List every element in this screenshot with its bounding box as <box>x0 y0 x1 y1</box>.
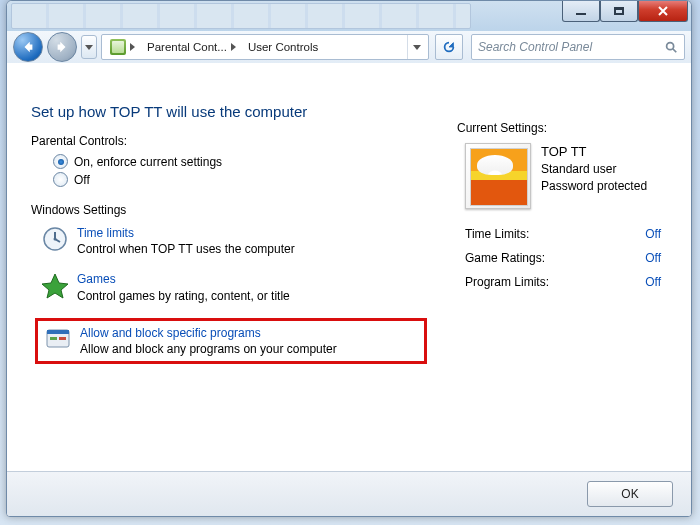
avatar-frame <box>465 143 531 209</box>
time-limits-desc: Control when TOP TT uses the computer <box>77 241 295 257</box>
parental-on-radio[interactable]: On, enforce current settings <box>53 154 427 169</box>
window-controls <box>562 0 688 22</box>
status-program-limits: Program Limits: Off <box>465 275 661 289</box>
status-time-limits: Time Limits: Off <box>465 227 661 241</box>
parental-off-radio[interactable]: Off <box>53 172 427 187</box>
arrow-left-icon <box>21 40 35 54</box>
right-column: Current Settings: TOP TT Standard user P… <box>457 81 667 472</box>
breadcrumb[interactable]: Parental Cont... User Controls <box>101 34 429 60</box>
radio-off-icon <box>53 172 68 187</box>
programs-setting-highlight: Allow and block specific programs Allow … <box>35 318 427 364</box>
search-input[interactable]: Search Control Panel <box>471 34 685 60</box>
refresh-button[interactable] <box>435 34 463 60</box>
status-label: Game Ratings: <box>465 251 545 265</box>
status-label: Time Limits: <box>465 227 529 241</box>
games-desc: Control games by rating, content, or tit… <box>77 288 290 304</box>
svg-rect-6 <box>59 337 66 340</box>
close-icon <box>657 5 669 17</box>
parental-controls-icon <box>110 39 126 55</box>
search-placeholder: Search Control Panel <box>478 40 592 54</box>
status-label: Program Limits: <box>465 275 549 289</box>
user-meta: TOP TT Standard user Password protected <box>541 143 647 209</box>
time-limits-link[interactable]: Time limits <box>77 225 295 241</box>
breadcrumb-label: Parental Cont... <box>147 41 227 53</box>
nav-history-dropdown[interactable] <box>81 35 97 59</box>
user-type: Standard user <box>541 161 647 178</box>
left-column: Set up how TOP TT will use the computer … <box>31 81 427 472</box>
breadcrumb-label: User Controls <box>248 41 318 53</box>
minimize-button[interactable] <box>562 0 600 22</box>
user-name: TOP TT <box>541 143 647 161</box>
ok-button[interactable]: OK <box>587 481 673 507</box>
content-area: Set up how TOP TT will use the computer … <box>7 63 691 472</box>
breadcrumb-root[interactable] <box>104 35 141 59</box>
ok-label: OK <box>621 487 638 501</box>
control-panel-window: Parental Cont... User Controls Search Co… <box>6 0 692 517</box>
page-title: Set up how TOP TT will use the computer <box>31 103 427 120</box>
search-icon <box>664 40 678 54</box>
radio-on-icon <box>53 154 68 169</box>
refresh-icon <box>442 40 456 54</box>
user-password-status: Password protected <box>541 178 647 195</box>
programs-setting: Allow and block specific programs Allow … <box>44 325 422 357</box>
svg-point-2 <box>54 238 57 241</box>
back-button[interactable] <box>13 32 43 62</box>
status-game-ratings: Game Ratings: Off <box>465 251 661 265</box>
programs-desc: Allow and block any programs on your com… <box>80 341 337 357</box>
footer-bar: OK <box>7 471 691 516</box>
games-setting: Games Control games by rating, content, … <box>41 271 427 303</box>
navigation-bar: Parental Cont... User Controls Search Co… <box>7 31 691 64</box>
status-value-link[interactable]: Off <box>645 251 661 265</box>
chevron-down-icon <box>85 45 93 50</box>
close-button[interactable] <box>638 0 688 22</box>
arrow-right-icon <box>55 40 69 54</box>
current-settings-heading: Current Settings: <box>457 121 667 135</box>
status-value-link[interactable]: Off <box>645 227 661 241</box>
windows-settings-heading: Windows Settings <box>31 203 427 217</box>
parental-controls-heading: Parental Controls: <box>31 134 427 148</box>
programs-icon <box>44 325 72 353</box>
radio-label: Off <box>74 173 90 187</box>
chevron-right-icon <box>130 43 135 51</box>
chevron-right-icon <box>231 43 236 51</box>
user-summary: TOP TT Standard user Password protected <box>465 143 667 209</box>
maximize-button[interactable] <box>600 0 638 22</box>
breadcrumb-seg-user-controls[interactable]: User Controls <box>242 35 324 59</box>
svg-rect-4 <box>47 330 69 334</box>
radio-label: On, enforce current settings <box>74 155 222 169</box>
programs-link[interactable]: Allow and block specific programs <box>80 325 337 341</box>
status-value-link[interactable]: Off <box>645 275 661 289</box>
games-link[interactable]: Games <box>77 271 290 287</box>
clock-icon <box>41 225 69 253</box>
breadcrumb-dropdown[interactable] <box>407 35 426 59</box>
window-titlebar <box>7 1 691 32</box>
svg-point-0 <box>667 43 674 50</box>
breadcrumb-seg-parental[interactable]: Parental Cont... <box>141 35 242 59</box>
svg-rect-5 <box>50 337 57 340</box>
games-icon <box>41 271 69 299</box>
chevron-down-icon <box>413 45 421 50</box>
forward-button[interactable] <box>47 32 77 62</box>
user-avatar <box>470 148 528 206</box>
time-limits-setting: Time limits Control when TOP TT uses the… <box>41 225 427 257</box>
